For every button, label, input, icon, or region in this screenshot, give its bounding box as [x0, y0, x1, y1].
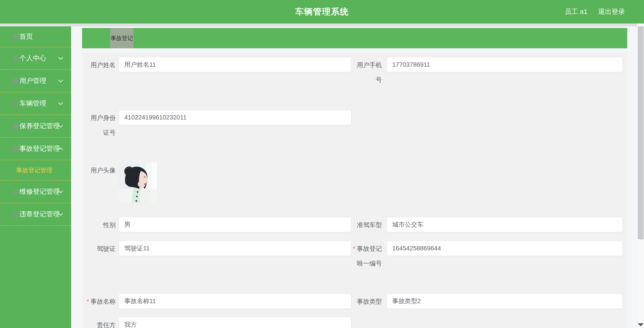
chevron-down-icon: [58, 79, 63, 83]
logout-button[interactable]: 退出登录: [598, 7, 625, 16]
tab-bar: 事故登记: [82, 28, 627, 48]
tab-accident-register[interactable]: 事故登记: [110, 28, 134, 48]
accident-no-label: 事故登记唯一编号: [351, 241, 382, 271]
header-actions: 员工 a1 退出登录: [564, 0, 625, 24]
sidebar-item-violation-registration[interactable]: 违章登记管理: [0, 203, 71, 226]
page-scrollbar: [637, 24, 644, 328]
accident-detail-form: 用户姓名 用户手机号 用户身份证号 用户头像: [82, 52, 627, 328]
current-user-link[interactable]: 员工 a1: [564, 7, 588, 16]
chevron-down-icon: [58, 57, 63, 60]
accident-type-label: 事故类型: [351, 293, 382, 309]
message-icon: [12, 145, 19, 152]
wallet-icon: [12, 123, 19, 130]
bar-chart-icon: [12, 188, 19, 195]
form-row: 事故名称 事故类型: [85, 293, 627, 309]
sidebar-item-maintenance-registration[interactable]: 保养登记管理: [0, 115, 71, 138]
header-divider: [0, 24, 644, 27]
form-row: 性别 准驾车型: [85, 217, 627, 232]
form-row: 用户身份证号: [85, 110, 627, 140]
user-avatar-label: 用户头像: [85, 162, 116, 178]
app-title: 车辆管理系统: [295, 6, 349, 18]
chevron-down-icon: [58, 213, 63, 216]
sidebar-item-repair-registration[interactable]: 维修登记管理: [0, 181, 71, 203]
responsible-label: 责任方: [85, 317, 116, 328]
sidebar-item-personal-center[interactable]: 个人中心: [0, 47, 71, 70]
briefcase-icon: [12, 77, 19, 85]
user-phone-label: 用户手机号: [351, 57, 382, 87]
user-phone-field[interactable]: [386, 57, 623, 72]
sidebar-menu: 首页 个人中心 用户管理 车辆管理 保养登记管理 事故登记管理: [0, 27, 71, 328]
sidebar-item-user-management[interactable]: 用户管理: [0, 70, 71, 92]
chevron-down-icon: [58, 190, 63, 193]
form-row-avatar: 用户头像: [85, 162, 627, 203]
sidebar-item-home[interactable]: 首页: [0, 27, 71, 47]
permit-type-label: 准驾车型: [351, 217, 382, 232]
user-avatar-image[interactable]: [119, 162, 157, 203]
form-row: 责任方: [85, 317, 627, 328]
sidebar-subitem-accident-registration-management[interactable]: 事故登记管理: [0, 160, 71, 181]
license-label: 驾驶证: [85, 241, 116, 256]
home-icon: [12, 33, 19, 40]
scrollbar-down-arrow-icon[interactable]: [638, 321, 644, 328]
sidebar-item-accident-registration[interactable]: 事故登记管理: [0, 138, 71, 160]
form-row: 驾驶证 事故登记唯一编号: [85, 241, 627, 271]
responsible-field[interactable]: [119, 317, 351, 328]
chevron-down-icon: [58, 102, 63, 105]
scrollbar-thumb[interactable]: [638, 27, 644, 239]
chevron-up-icon: [58, 147, 63, 150]
user-icon: [12, 55, 19, 62]
accident-type-field[interactable]: [386, 293, 623, 309]
license-field[interactable]: [119, 241, 351, 256]
sidebar-item-vehicle-management[interactable]: 车辆管理: [0, 92, 71, 115]
form-row: 用户姓名 用户手机号: [85, 57, 627, 87]
user-name-label: 用户姓名: [85, 57, 116, 73]
chevron-down-icon: [58, 125, 63, 128]
gender-label: 性别: [85, 217, 116, 232]
gender-field[interactable]: [119, 217, 351, 232]
app-header: 车辆管理系统 员工 a1 退出登录: [0, 0, 644, 24]
user-id-label: 用户身份证号: [85, 110, 116, 140]
user-id-field[interactable]: [119, 110, 351, 125]
accident-name-field[interactable]: [119, 293, 351, 309]
clock-icon: [12, 211, 19, 218]
compass-icon: [12, 100, 19, 107]
accident-name-label: 事故名称: [85, 293, 116, 309]
user-name-field[interactable]: [119, 57, 351, 72]
permit-type-field[interactable]: [386, 217, 623, 232]
accident-no-field[interactable]: [386, 241, 623, 256]
